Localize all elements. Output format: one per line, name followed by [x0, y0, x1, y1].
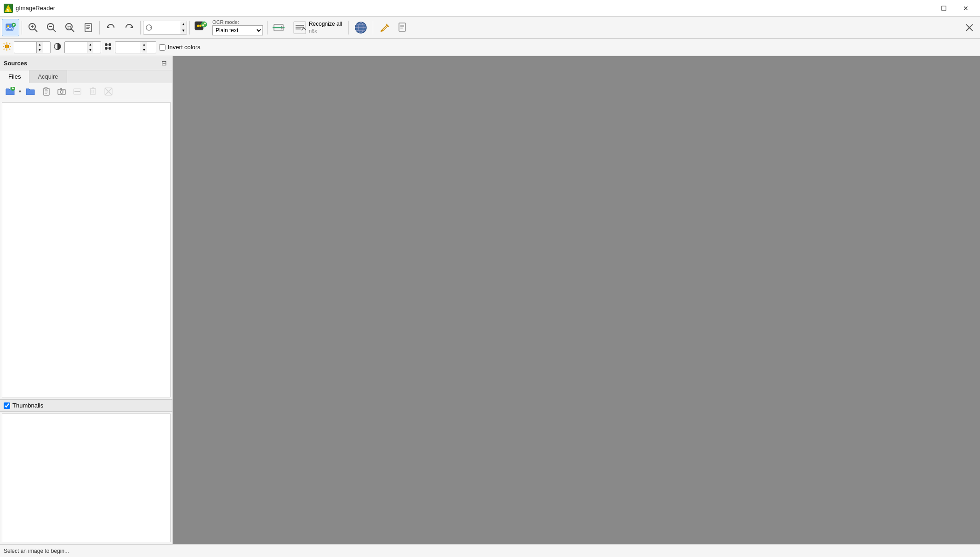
recognize-label: Recognize all — [309, 21, 342, 28]
close-button[interactable]: ✕ — [955, 1, 976, 15]
resolution-down[interactable]: ▼ — [141, 47, 147, 53]
recognize-all-button[interactable]: Recognize all n6x — [288, 19, 346, 36]
scan-icon-button[interactable] — [270, 19, 287, 36]
files-toolbar: ▼ — [0, 83, 172, 100]
svg-point-27 — [204, 23, 206, 24]
resolution-spinbox[interactable]: 100 ▲ ▼ — [115, 41, 156, 53]
separator-3 — [140, 21, 141, 34]
svg-text:1:1: 1:1 — [67, 26, 72, 29]
svg-rect-67 — [45, 87, 47, 89]
title-bar-controls: — ☐ ✕ — [911, 1, 976, 15]
contrast-up[interactable]: ▲ — [87, 42, 93, 47]
ocr-mode-icon-button[interactable] — [192, 19, 210, 36]
tab-acquire[interactable]: Acquire — [29, 70, 67, 83]
thumbnails-section: Thumbnails — [0, 399, 172, 544]
canvas-area[interactable] — [173, 56, 980, 544]
svg-rect-73 — [60, 88, 62, 90]
language-button[interactable] — [351, 19, 370, 36]
rotation-spinbox[interactable]: 0.0 ▲ ▼ — [143, 21, 187, 34]
tabs-bar: Files Acquire — [0, 70, 172, 83]
svg-point-62 — [108, 47, 111, 50]
invert-text: Invert colors — [168, 44, 200, 51]
invert-label[interactable]: Invert colors — [159, 44, 200, 51]
zoom-fit-button[interactable]: 1:1 — [61, 19, 79, 36]
separator-6 — [348, 21, 349, 34]
open-file-dropdown-arrow[interactable]: ▼ — [18, 89, 22, 94]
recognize-sub: n6x — [309, 28, 342, 34]
zoom-out-button[interactable] — [43, 19, 60, 36]
toolbar-close-button[interactable] — [961, 19, 978, 36]
resolution-icon — [104, 42, 112, 52]
ocr-mode-label: OCR mode: — [212, 19, 263, 25]
thumbnails-header[interactable]: Thumbnails — [0, 400, 172, 412]
remove-file-button[interactable] — [70, 85, 85, 98]
svg-line-57 — [4, 49, 5, 50]
separator-5 — [267, 21, 268, 34]
add-image-button[interactable] — [2, 19, 19, 36]
brightness-spinbox[interactable]: 0 ▲ ▼ — [14, 41, 51, 53]
thumbnails-checkbox[interactable] — [4, 402, 10, 409]
recognize-icon — [292, 20, 307, 35]
maximize-button[interactable]: ☐ — [933, 1, 954, 15]
recognize-text: Recognize all n6x — [309, 21, 342, 34]
ocr-mode-box: OCR mode: Plain textPDFhOCRDjvu — [212, 19, 263, 35]
svg-line-13 — [53, 29, 56, 32]
clipboard-button[interactable] — [39, 85, 53, 98]
brightness-arrows: ▲ ▼ — [36, 42, 43, 53]
svg-point-29 — [199, 24, 201, 27]
sources-header: Sources ⊟ — [0, 56, 172, 70]
sources-collapse-button[interactable]: ⊟ — [160, 58, 169, 68]
sources-panel: Sources ⊟ Files Acquire ▼ — [0, 56, 173, 544]
open-file-button[interactable] — [3, 85, 17, 98]
delete-file-button[interactable] — [85, 85, 100, 98]
brightness-icon — [3, 42, 11, 52]
rotation-input[interactable]: 0.0 — [154, 24, 180, 31]
files-list[interactable] — [2, 102, 171, 397]
contrast-arrows: ▲ ▼ — [87, 42, 93, 53]
svg-line-54 — [4, 43, 5, 44]
svg-rect-43 — [399, 23, 405, 31]
invert-checkbox[interactable] — [159, 44, 165, 51]
open-folder-button[interactable] — [23, 85, 38, 98]
separator-4 — [189, 21, 190, 34]
open-file-dropdown[interactable]: ▼ — [3, 85, 22, 98]
brightness-down[interactable]: ▼ — [37, 47, 43, 53]
redo-button[interactable] — [120, 19, 138, 36]
thumbnails-label: Thumbnails — [12, 402, 43, 409]
contrast-spinbox[interactable]: 0 ▲ ▼ — [64, 41, 101, 53]
brightness-up[interactable]: ▲ — [37, 42, 43, 47]
minimize-button[interactable]: — — [911, 1, 932, 15]
svg-line-56 — [9, 43, 10, 44]
svg-point-28 — [197, 24, 199, 27]
svg-line-55 — [9, 49, 10, 50]
content-area: Sources ⊟ Files Acquire ▼ — [0, 56, 980, 544]
rotation-up[interactable]: ▲ — [180, 21, 187, 28]
status-bar: Select an image to begin... — [0, 544, 980, 557]
tab-files[interactable]: Files — [0, 70, 29, 83]
ocr-mode-select[interactable]: Plain textPDFhOCRDjvu — [212, 25, 263, 35]
zoom-in-button[interactable] — [24, 19, 42, 36]
brightness-input[interactable]: 0 — [14, 44, 36, 51]
resolution-arrows: ▲ ▼ — [141, 42, 147, 53]
resolution-up[interactable]: ▲ — [141, 42, 147, 47]
page-button[interactable] — [80, 19, 97, 36]
svg-rect-19 — [85, 23, 91, 32]
thumbnails-list — [2, 413, 171, 542]
edit-button[interactable] — [376, 19, 393, 36]
svg-text:g: g — [7, 7, 10, 11]
rotation-arrows: ▲ ▼ — [180, 21, 187, 34]
sources-title: Sources — [4, 60, 27, 67]
undo-button[interactable] — [102, 19, 120, 36]
main-toolbar: 1:1 0.0 ▲ — [0, 17, 980, 39]
scanner-button[interactable] — [54, 85, 69, 98]
document-button[interactable] — [394, 19, 411, 36]
resolution-input[interactable]: 100 — [115, 44, 141, 51]
contrast-input[interactable]: 0 — [65, 44, 87, 51]
svg-point-74 — [63, 90, 64, 91]
contrast-down[interactable]: ▼ — [87, 47, 93, 53]
rotation-down[interactable]: ▼ — [180, 28, 187, 34]
separator-2 — [99, 21, 100, 34]
clear-files-button[interactable] — [101, 85, 116, 98]
app-icon: g — [4, 4, 13, 13]
svg-point-72 — [60, 91, 63, 93]
